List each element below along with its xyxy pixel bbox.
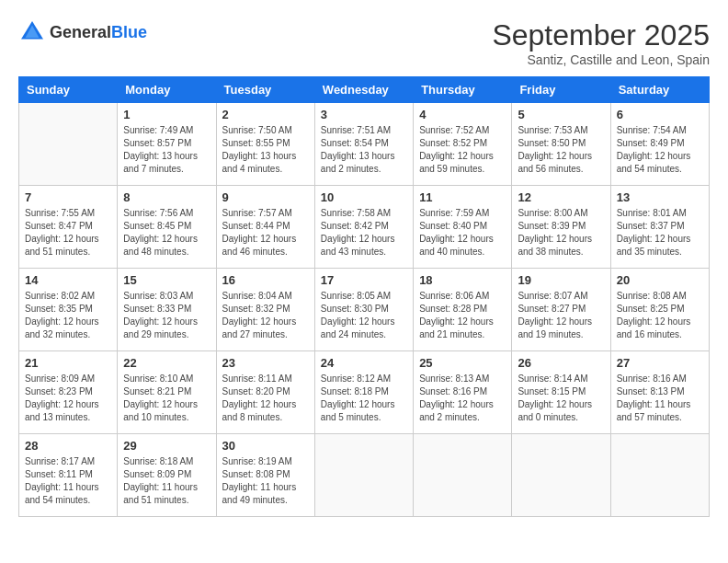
cell-info: Sunrise: 7:55 AM Sunset: 8:47 PM Dayligh… [25, 207, 111, 259]
cell-info: Sunrise: 8:03 AM Sunset: 8:33 PM Dayligh… [123, 290, 210, 341]
cal-cell [414, 434, 512, 517]
cell-info: Sunrise: 8:18 AM Sunset: 8:09 PM Dayligh… [123, 455, 210, 507]
cell-info: Sunrise: 8:09 AM Sunset: 8:23 PM Dayligh… [25, 373, 111, 424]
cal-cell: 19Sunrise: 8:07 AM Sunset: 8:27 PM Dayli… [512, 269, 610, 351]
cell-date: 13 [617, 190, 703, 204]
cal-cell: 3Sunrise: 7:51 AM Sunset: 8:54 PM Daylig… [314, 103, 413, 186]
cell-info: Sunrise: 7:52 AM Sunset: 8:52 PM Dayligh… [419, 124, 506, 176]
cell-date: 1 [123, 108, 210, 121]
cell-info: Sunrise: 7:51 AM Sunset: 8:54 PM Dayligh… [321, 124, 407, 176]
cell-date: 27 [617, 356, 703, 370]
cell-date: 25 [419, 356, 506, 370]
cell-date: 8 [123, 190, 210, 204]
cal-cell: 25Sunrise: 8:13 AM Sunset: 8:16 PM Dayli… [414, 351, 512, 434]
cell-info: Sunrise: 8:10 AM Sunset: 8:21 PM Dayligh… [123, 373, 210, 424]
cell-date: 10 [321, 190, 407, 204]
cal-cell: 8Sunrise: 7:56 AM Sunset: 8:45 PM Daylig… [118, 186, 216, 269]
cell-info: Sunrise: 7:56 AM Sunset: 8:45 PM Dayligh… [123, 207, 210, 259]
header-row: SundayMondayTuesdayWednesdayThursdayFrid… [19, 77, 710, 103]
cal-cell: 2Sunrise: 7:50 AM Sunset: 8:55 PM Daylig… [216, 103, 314, 186]
cal-cell: 12Sunrise: 8:00 AM Sunset: 8:39 PM Dayli… [512, 186, 610, 269]
month-title: September 2025 [492, 18, 710, 52]
cell-date: 14 [25, 273, 111, 287]
cal-cell: 13Sunrise: 8:01 AM Sunset: 8:37 PM Dayli… [610, 186, 709, 269]
cell-date: 29 [123, 439, 210, 453]
cell-date: 4 [419, 108, 506, 121]
cell-info: Sunrise: 8:14 AM Sunset: 8:15 PM Dayligh… [518, 373, 604, 424]
cal-cell: 5Sunrise: 7:53 AM Sunset: 8:50 PM Daylig… [512, 103, 610, 186]
cal-cell: 10Sunrise: 7:58 AM Sunset: 8:42 PM Dayli… [314, 186, 413, 269]
cal-cell: 15Sunrise: 8:03 AM Sunset: 8:33 PM Dayli… [118, 269, 216, 351]
cal-cell: 26Sunrise: 8:14 AM Sunset: 8:15 PM Dayli… [512, 351, 610, 434]
cal-cell: 29Sunrise: 8:18 AM Sunset: 8:09 PM Dayli… [118, 434, 216, 517]
cell-info: Sunrise: 8:19 AM Sunset: 8:08 PM Dayligh… [222, 455, 309, 507]
cell-info: Sunrise: 8:04 AM Sunset: 8:32 PM Dayligh… [222, 290, 309, 341]
cell-info: Sunrise: 7:58 AM Sunset: 8:42 PM Dayligh… [321, 207, 407, 259]
cell-date: 21 [25, 356, 111, 370]
day-header-monday: Monday [118, 77, 216, 103]
cell-info: Sunrise: 7:53 AM Sunset: 8:50 PM Dayligh… [518, 124, 604, 176]
cal-cell: 11Sunrise: 7:59 AM Sunset: 8:40 PM Dayli… [414, 186, 512, 269]
cell-date: 26 [518, 356, 604, 370]
cell-date: 3 [321, 108, 407, 121]
cal-cell: 28Sunrise: 8:17 AM Sunset: 8:11 PM Dayli… [19, 434, 118, 517]
logo-icon [18, 18, 46, 46]
cell-date: 9 [222, 190, 309, 204]
cell-date: 11 [419, 190, 506, 204]
cal-cell [19, 103, 118, 186]
cal-cell: 22Sunrise: 8:10 AM Sunset: 8:21 PM Dayli… [118, 351, 216, 434]
cal-cell: 24Sunrise: 8:12 AM Sunset: 8:18 PM Dayli… [314, 351, 413, 434]
cell-date: 12 [518, 190, 604, 204]
day-header-friday: Friday [512, 77, 610, 103]
cell-date: 6 [617, 108, 703, 121]
cell-info: Sunrise: 8:17 AM Sunset: 8:11 PM Dayligh… [25, 455, 111, 507]
cell-info: Sunrise: 8:00 AM Sunset: 8:39 PM Dayligh… [518, 207, 604, 259]
cell-date: 20 [617, 273, 703, 287]
cell-date: 7 [25, 190, 111, 204]
cell-info: Sunrise: 8:06 AM Sunset: 8:28 PM Dayligh… [419, 290, 506, 341]
cal-cell: 1Sunrise: 7:49 AM Sunset: 8:57 PM Daylig… [118, 103, 216, 186]
cell-info: Sunrise: 8:11 AM Sunset: 8:20 PM Dayligh… [222, 373, 309, 424]
cal-cell: 9Sunrise: 7:57 AM Sunset: 8:44 PM Daylig… [216, 186, 314, 269]
day-header-saturday: Saturday [610, 77, 709, 103]
cal-cell: 14Sunrise: 8:02 AM Sunset: 8:35 PM Dayli… [19, 269, 118, 351]
cal-cell [512, 434, 610, 517]
cal-cell [610, 434, 709, 517]
cell-date: 19 [518, 273, 604, 287]
cell-date: 28 [25, 439, 111, 453]
day-header-sunday: Sunday [19, 77, 118, 103]
cell-date: 18 [419, 273, 506, 287]
cell-date: 15 [123, 273, 210, 287]
cell-info: Sunrise: 8:08 AM Sunset: 8:25 PM Dayligh… [617, 290, 703, 341]
cal-cell: 21Sunrise: 8:09 AM Sunset: 8:23 PM Dayli… [19, 351, 118, 434]
cell-info: Sunrise: 8:16 AM Sunset: 8:13 PM Dayligh… [617, 373, 703, 424]
cal-cell: 18Sunrise: 8:06 AM Sunset: 8:28 PM Dayli… [414, 269, 512, 351]
cell-info: Sunrise: 8:13 AM Sunset: 8:16 PM Dayligh… [419, 373, 506, 424]
cell-info: Sunrise: 8:02 AM Sunset: 8:35 PM Dayligh… [25, 290, 111, 341]
cal-cell: 4Sunrise: 7:52 AM Sunset: 8:52 PM Daylig… [414, 103, 512, 186]
calendar-table: SundayMondayTuesdayWednesdayThursdayFrid… [18, 76, 710, 517]
cell-info: Sunrise: 8:05 AM Sunset: 8:30 PM Dayligh… [321, 290, 407, 341]
week-row-4: 21Sunrise: 8:09 AM Sunset: 8:23 PM Dayli… [19, 351, 710, 434]
logo: General Blue [18, 18, 147, 46]
cell-date: 2 [222, 108, 309, 121]
cell-info: Sunrise: 8:01 AM Sunset: 8:37 PM Dayligh… [617, 207, 703, 259]
logo-text-general: General [50, 24, 111, 40]
cal-cell: 30Sunrise: 8:19 AM Sunset: 8:08 PM Dayli… [216, 434, 314, 517]
page-header: General Blue September 2025 Santiz, Cast… [18, 18, 710, 67]
cell-date: 5 [518, 108, 604, 121]
cal-cell [314, 434, 413, 517]
cell-info: Sunrise: 8:12 AM Sunset: 8:18 PM Dayligh… [321, 373, 407, 424]
cell-info: Sunrise: 7:49 AM Sunset: 8:57 PM Dayligh… [123, 124, 210, 176]
week-row-1: 1Sunrise: 7:49 AM Sunset: 8:57 PM Daylig… [19, 103, 710, 186]
cal-cell: 23Sunrise: 8:11 AM Sunset: 8:20 PM Dayli… [216, 351, 314, 434]
cal-cell: 16Sunrise: 8:04 AM Sunset: 8:32 PM Dayli… [216, 269, 314, 351]
cell-info: Sunrise: 7:50 AM Sunset: 8:55 PM Dayligh… [222, 124, 309, 176]
cell-date: 30 [222, 439, 309, 453]
cell-date: 23 [222, 356, 309, 370]
cal-cell: 7Sunrise: 7:55 AM Sunset: 8:47 PM Daylig… [19, 186, 118, 269]
location-title: Santiz, Castille and Leon, Spain [492, 52, 710, 67]
day-header-wednesday: Wednesday [314, 77, 413, 103]
day-header-thursday: Thursday [414, 77, 512, 103]
week-row-5: 28Sunrise: 8:17 AM Sunset: 8:11 PM Dayli… [19, 434, 710, 517]
